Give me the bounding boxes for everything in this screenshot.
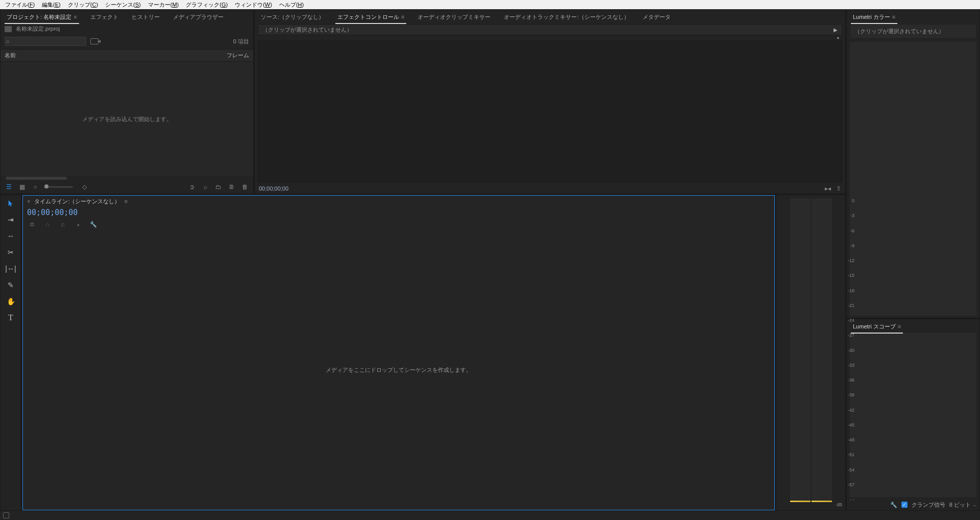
tab-history[interactable]: ヒストリー bbox=[130, 12, 162, 22]
clear-trash-icon[interactable]: 🗑 bbox=[241, 183, 249, 191]
lumetri-scopes-body bbox=[850, 333, 976, 497]
hand-tool[interactable]: ✋ bbox=[5, 296, 17, 306]
ripple-edit-tool[interactable]: ↔ bbox=[5, 231, 17, 241]
menu-edit[interactable]: 編集(E) bbox=[39, 1, 64, 9]
tab-metadata[interactable]: メタデータ bbox=[641, 12, 673, 22]
project-empty-message: メディアを読み込んで開始します。 bbox=[82, 115, 172, 123]
freeform-view-icon[interactable]: ○ bbox=[31, 183, 39, 191]
menu-file[interactable]: ファイル(F) bbox=[2, 1, 38, 9]
tab-media-browser[interactable]: メディアブラウザー bbox=[171, 12, 226, 22]
new-bin-icon[interactable]: 🗀 bbox=[214, 183, 223, 191]
project-item-count: 0 項目 bbox=[233, 38, 249, 45]
timeline-drop-area[interactable]: メディアをここにドロップしてシーケンスを作成します。 bbox=[23, 230, 774, 510]
search-icon: ⌕ bbox=[6, 38, 10, 44]
panel-menu-icon[interactable]: ≡ bbox=[74, 14, 77, 20]
lumetri-scopes-panel: Lumetri スコープ≡ 🔧 ✓ クランプ信号 8 ビット⌄ bbox=[847, 319, 979, 510]
col-frame[interactable]: フレーム bbox=[227, 52, 249, 59]
timeline-drop-message: メディアをここにドロップしてシーケンスを作成します。 bbox=[326, 366, 472, 374]
project-search-input[interactable] bbox=[5, 37, 86, 46]
timeline-panel: × タイムライン:（シーケンスなし） ≡ 00;00;00;00 ⧉ ∩ ⎌ ⬥… bbox=[22, 195, 775, 510]
bit-depth-select[interactable]: 8 ビット⌄ bbox=[949, 501, 976, 509]
automate-to-sequence-icon[interactable]: ➲ bbox=[188, 183, 196, 191]
panel-menu-icon[interactable]: ≡ bbox=[892, 14, 895, 20]
menu-sequence[interactable]: シーケンス(S) bbox=[102, 1, 144, 9]
menu-graphic[interactable]: グラフィック(G) bbox=[183, 1, 231, 9]
project-search[interactable]: ⌕ bbox=[5, 37, 86, 46]
source-timecode[interactable]: 00;00;00;00 bbox=[259, 185, 288, 192]
meter-tick: -12 bbox=[848, 258, 854, 263]
timeline-toggle-row: ⧉ ∩ ⎌ ⬥ 🔧 bbox=[23, 218, 774, 230]
new-bin-from-search-icon[interactable] bbox=[90, 38, 99, 44]
close-panel-icon[interactable]: × bbox=[27, 198, 30, 204]
export-frame-icon[interactable]: ⇪ bbox=[836, 185, 841, 192]
settings-wrench-icon[interactable]: 🔧 bbox=[89, 220, 97, 228]
pen-tool[interactable]: ✎ bbox=[5, 280, 17, 290]
tab-effect-controls[interactable]: エフェクトコントロール≡ bbox=[335, 12, 406, 22]
meter-tick: -21 bbox=[848, 303, 854, 308]
tab-lumetri-color[interactable]: Lumetri カラー≡ bbox=[851, 12, 897, 22]
panel-menu-icon[interactable]: ≡ bbox=[401, 14, 404, 20]
project-filename: 名称未設定.prproj bbox=[16, 25, 60, 33]
meter-tick: -18 bbox=[848, 288, 854, 293]
sort-icons-icon[interactable]: ◇ bbox=[80, 183, 88, 191]
folder-icon bbox=[5, 26, 12, 32]
audio-meter-unit: dB bbox=[778, 502, 843, 507]
meter-tick: -54 bbox=[848, 467, 854, 472]
tab-lumetri-scopes[interactable]: Lumetri スコープ≡ bbox=[851, 322, 903, 332]
audio-meter-left bbox=[790, 198, 811, 502]
step-back-icon[interactable]: ▸◂ bbox=[825, 185, 831, 192]
tool-palette: ⇥ ↔ ✂ |↔| ✎ ✋ T bbox=[1, 195, 21, 510]
tab-audio-track-mixer[interactable]: オーディオトラックミキサー:（シーケンスなし） bbox=[502, 12, 631, 22]
lumetri-color-body bbox=[850, 42, 976, 316]
panel-menu-icon[interactable]: ≡ bbox=[898, 323, 901, 329]
tab-effects[interactable]: エフェクト bbox=[88, 12, 120, 22]
meter-tick: -9 bbox=[848, 243, 854, 248]
meter-tick: -6 bbox=[848, 228, 854, 233]
slip-tool[interactable]: |↔| bbox=[5, 264, 17, 274]
marker-icon[interactable]: ⬥ bbox=[74, 220, 82, 228]
menu-clip[interactable]: クリップ(C) bbox=[65, 1, 101, 9]
meter-tick: -33 bbox=[848, 363, 854, 368]
collapse-arrow-icon[interactable]: ▲ bbox=[836, 35, 840, 40]
workspace: プロジェクト: 名称未設定≡ エフェクト ヒストリー メディアブラウザー 名称未… bbox=[0, 9, 980, 511]
tab-source[interactable]: ソース:（クリップなし） bbox=[259, 12, 326, 22]
col-name[interactable]: 名前 bbox=[5, 52, 16, 59]
project-scrollbar[interactable] bbox=[1, 176, 253, 180]
insert-overwrite-icon[interactable]: ⧉ bbox=[28, 220, 36, 228]
wrench-icon[interactable]: 🔧 bbox=[890, 502, 897, 508]
project-file-row: 名称未設定.prproj bbox=[1, 22, 253, 36]
panel-menu-icon[interactable]: ≡ bbox=[125, 198, 128, 204]
menu-marker[interactable]: マーカー(M) bbox=[145, 1, 182, 9]
linked-selection-icon[interactable]: ⎌ bbox=[59, 220, 67, 228]
razor-tool[interactable]: ✂ bbox=[5, 247, 17, 257]
tab-project[interactable]: プロジェクト: 名称未設定≡ bbox=[5, 12, 79, 22]
list-view-icon[interactable]: ☰ bbox=[5, 183, 13, 191]
meter-tick: -39 bbox=[848, 392, 854, 397]
audio-meter-scale: 0-3-6-9-12-15-18-21-24-27-30-33-36-39-42… bbox=[848, 198, 854, 502]
clamp-signal-checkbox[interactable]: ✓ bbox=[901, 502, 908, 508]
find-icon[interactable]: ⌕ bbox=[201, 183, 209, 191]
menu-window[interactable]: ウィンドウ(W) bbox=[232, 1, 275, 9]
new-item-icon[interactable]: 🗎 bbox=[228, 183, 236, 191]
snap-icon[interactable]: ∩ bbox=[43, 220, 52, 228]
thumbnail-size-slider[interactable] bbox=[44, 186, 73, 188]
type-tool[interactable]: T bbox=[5, 313, 17, 323]
meter-tick: -57 bbox=[848, 482, 854, 487]
status-bar bbox=[0, 511, 980, 520]
meter-tick: 0 bbox=[848, 198, 854, 203]
menu-bar: ファイル(F) 編集(E) クリップ(C) シーケンス(S) マーカー(M) グ… bbox=[0, 0, 980, 9]
play-arrow-icon[interactable]: ▶ bbox=[834, 27, 838, 33]
track-select-tool[interactable]: ⇥ bbox=[5, 215, 17, 225]
project-bin-body[interactable]: メディアを読み込んで開始します。 bbox=[1, 62, 253, 176]
effect-controls-header: （クリップが選択されていません） ▶ bbox=[258, 24, 842, 35]
menu-help[interactable]: ヘルプ(H) bbox=[276, 1, 307, 9]
timeline-title[interactable]: タイムライン:（シーケンスなし） bbox=[34, 198, 120, 205]
selection-tool[interactable] bbox=[5, 198, 17, 208]
icon-view-icon[interactable]: ▦ bbox=[18, 183, 26, 191]
source-tabbar: ソース:（クリップなし） エフェクトコントロール≡ オーディオクリップミキサー … bbox=[255, 10, 845, 22]
project-toolbar: ☰ ▦ ○ ◇ ➲ ⌕ 🗀 🗎 🗑 bbox=[1, 180, 253, 194]
timeline-timecode[interactable]: 00;00;00;00 bbox=[27, 208, 78, 217]
meter-tick: -48 bbox=[848, 437, 854, 442]
meter-tick: - - bbox=[848, 497, 854, 502]
tab-audio-clip-mixer[interactable]: オーディオクリップミキサー bbox=[415, 12, 493, 22]
